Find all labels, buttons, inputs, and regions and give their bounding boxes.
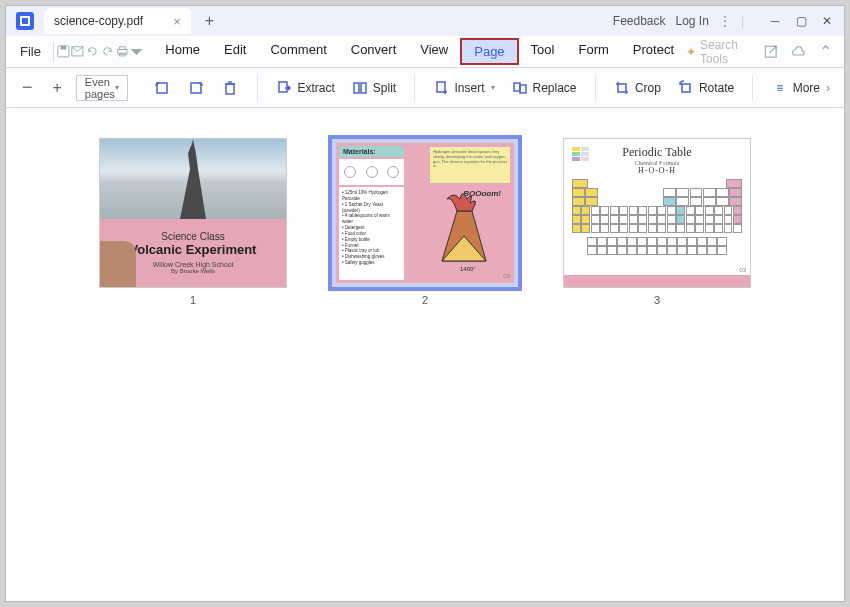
svg-rect-13 <box>437 82 445 92</box>
kebab-menu-icon[interactable]: ⋮ <box>719 14 731 28</box>
chevron-down-icon: ▾ <box>115 83 119 92</box>
app-window: science-copy.pdf × + Feedback Log In ⋮ |… <box>5 5 845 602</box>
menu-edit[interactable]: Edit <box>212 38 258 65</box>
page1-subtitle: Science Class <box>161 231 224 242</box>
redo-icon[interactable] <box>100 41 115 63</box>
more-icon: ≡ <box>771 79 789 97</box>
materials-label: Materials: <box>339 146 404 157</box>
split-button[interactable]: Split <box>347 77 400 99</box>
menu-view[interactable]: View <box>408 38 460 65</box>
svg-rect-4 <box>119 47 125 50</box>
page1-school: Willow Creek High School <box>153 261 234 268</box>
document-tab[interactable]: science-copy.pdf × <box>44 8 191 34</box>
app-icon <box>16 12 34 30</box>
svg-rect-8 <box>191 83 201 93</box>
save-icon[interactable] <box>56 41 71 63</box>
insert-button[interactable]: Insert▾ <box>429 77 499 99</box>
page1-author: By Brooke Wells <box>171 268 215 274</box>
undo-icon[interactable] <box>85 41 100 63</box>
print-icon[interactable] <box>115 41 130 63</box>
close-icon[interactable]: ✕ <box>816 11 838 31</box>
svg-rect-12 <box>361 83 366 93</box>
menu-convert[interactable]: Convert <box>339 38 409 65</box>
menu-protect[interactable]: Protect <box>621 38 686 65</box>
page-toolbar: − + Even pages ▾ Extract Split Insert▾ R… <box>6 68 844 108</box>
replace-button[interactable]: Replace <box>507 77 581 99</box>
page3-formula: H-O-O-H <box>638 166 676 175</box>
tab-close-icon[interactable]: × <box>173 14 181 29</box>
svg-rect-15 <box>520 85 526 93</box>
delete-page-button[interactable] <box>217 77 243 99</box>
titlebar: science-copy.pdf × + Feedback Log In ⋮ |… <box>6 6 844 36</box>
svg-rect-16 <box>682 84 690 92</box>
menu-tool[interactable]: Tool <box>519 38 567 65</box>
zoom-out-button[interactable]: − <box>16 77 39 98</box>
page-thumbnail-2[interactable]: Materials: • 125ml 10% Hydrogen Peroxide… <box>331 138 519 288</box>
minimize-icon[interactable]: ─ <box>764 11 786 31</box>
menu-page[interactable]: Page <box>460 38 518 65</box>
svg-rect-14 <box>514 83 520 91</box>
menu-comment[interactable]: Comment <box>258 38 338 65</box>
star-icon: ✦ <box>686 45 696 59</box>
page3-badge: 03 <box>739 267 746 273</box>
extract-button[interactable]: Extract <box>271 77 338 99</box>
page-number-2: 2 <box>422 294 428 306</box>
dropdown-value: Even pages <box>85 76 115 100</box>
page2-badge: 02 <box>503 273 510 279</box>
menu-form[interactable]: Form <box>566 38 620 65</box>
page-thumbnail-1[interactable]: Science Class Volcanic Experiment Willow… <box>99 138 287 288</box>
chevron-down-icon: ▾ <box>491 83 495 92</box>
volcano-illustration: 1400° <box>422 191 506 277</box>
thumbnail-area: Science Class Volcanic Experiment Willow… <box>6 108 844 601</box>
menu-home[interactable]: Home <box>153 38 212 65</box>
tab-title: science-copy.pdf <box>54 14 143 28</box>
page-thumbnail-3[interactable]: Periodic Table Chemical Formula H-O-O-H <box>563 138 751 288</box>
search-tools-input[interactable]: ✦ Search Tools <box>686 38 752 66</box>
mail-icon[interactable] <box>70 41 85 63</box>
sticky-note: Hydrogen peroxide decomposes very slowly… <box>430 147 510 183</box>
login-link[interactable]: Log In <box>676 14 709 28</box>
svg-rect-1 <box>60 46 66 50</box>
page1-title: Volcanic Experiment <box>130 242 257 257</box>
svg-rect-7 <box>157 83 167 93</box>
crop-button[interactable]: Crop <box>609 77 665 99</box>
periodic-table-illustration <box>572 179 742 255</box>
page-number-1: 1 <box>190 294 196 306</box>
maximize-icon[interactable]: ▢ <box>790 11 812 31</box>
svg-rect-10 <box>279 82 287 92</box>
zoom-in-button[interactable]: + <box>47 79 68 97</box>
more-button[interactable]: ≡More› <box>767 77 834 99</box>
rotate-button[interactable]: Rotate <box>673 77 738 99</box>
new-tab-icon[interactable]: + <box>205 12 214 30</box>
page-filter-dropdown[interactable]: Even pages ▾ <box>76 75 128 101</box>
cloud-icon[interactable] <box>789 41 806 63</box>
svg-rect-9 <box>226 84 234 94</box>
menubar: File ⏷ Home Edit Comment Convert View Pa… <box>6 36 844 68</box>
file-menu[interactable]: File <box>10 44 51 59</box>
page-number-3: 3 <box>654 294 660 306</box>
search-placeholder: Search Tools <box>700 38 752 66</box>
page3-title: Periodic Table <box>622 145 691 160</box>
rotate-right-button[interactable] <box>183 77 209 99</box>
rotate-left-button[interactable] <box>149 77 175 99</box>
svg-rect-11 <box>354 83 359 93</box>
legend-icon <box>572 147 592 162</box>
materials-list: • 125ml 10% Hydrogen Peroxide • 1 Sachet… <box>339 187 404 280</box>
expand-menu-icon[interactable]: ⏷ <box>129 41 145 63</box>
svg-text:1400°: 1400° <box>460 266 476 272</box>
collapse-icon[interactable]: ⌃ <box>817 41 834 63</box>
feedback-link[interactable]: Feedback <box>613 14 666 28</box>
share-icon[interactable] <box>762 41 779 63</box>
